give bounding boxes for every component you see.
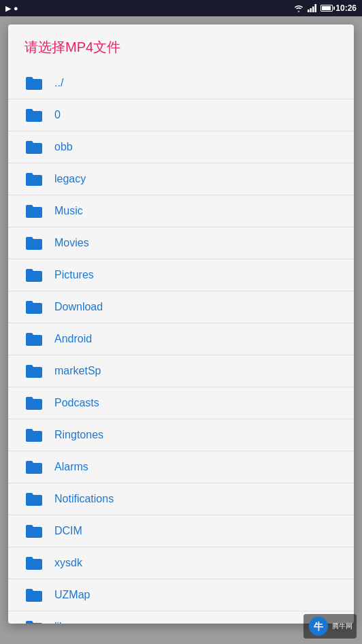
folder-item[interactable]: xysdk [8,547,354,579]
folder-name: Podcasts [54,397,99,409]
folder-icon [24,236,44,251]
folder-name: Movies [54,237,89,249]
folder-name: Ringtones [54,429,103,441]
svg-rect-1 [310,8,312,12]
folder-name: ../ [54,77,63,89]
folder-item[interactable]: marketSp [8,355,354,387]
folder-item[interactable]: DCIM [8,515,354,547]
notification-dot: ● [14,4,18,12]
folder-icon [24,76,44,91]
signal-icon [307,4,318,12]
folder-icon [24,556,44,570]
folder-icon [24,396,44,410]
folder-item[interactable]: Download [8,291,354,323]
folder-item[interactable]: Pictures [8,259,354,291]
folder-name: UZMap [54,589,90,601]
watermark-logo: 牛 [308,615,329,637]
file-picker-dialog: 请选择MP4文件 ../ 0 obb legacy Music [8,25,354,624]
folder-item[interactable]: legacy [8,163,354,195]
folder-name: DCIM [54,525,82,537]
status-bar-left: ▶ ● [5,4,18,13]
folder-item[interactable]: Android [8,323,354,355]
svg-text:牛: 牛 [314,621,324,632]
status-time: 10:26 [335,3,357,13]
status-bar-right: 10:26 [293,3,357,13]
folder-icon [24,172,44,187]
dialog-title: 请选择MP4文件 [8,25,354,67]
folder-name: obb [54,141,73,153]
folder-icon [24,108,44,123]
watermark: 牛 腾牛网 [303,614,357,639]
folder-icon [24,300,44,315]
svg-rect-0 [308,10,310,12]
folder-list: ../ 0 obb legacy Music Movies Pictures [8,67,354,624]
svg-rect-3 [315,4,317,12]
svg-rect-2 [312,7,314,13]
folder-item[interactable]: Alarms [8,451,354,483]
android-icon: ▶ [5,4,11,13]
folder-name: legacy [54,173,86,185]
folder-item[interactable]: Movies [8,227,354,259]
folder-icon [24,140,44,155]
folder-icon [24,428,44,442]
folder-name: Pictures [54,269,94,281]
status-bar: ▶ ● 10:26 [0,0,362,16]
folder-icon [24,492,44,506]
folder-name: xysdk [54,557,82,569]
folder-item[interactable]: Podcasts [8,387,354,419]
folder-icon [24,587,44,602]
folder-item[interactable]: UZMap [8,579,354,611]
folder-name: Notifications [54,493,114,505]
folder-name: Alarms [54,461,88,473]
folder-name: Download [54,301,103,313]
watermark-inner: 牛 腾牛网 [303,614,357,639]
folder-icon [24,332,44,347]
folder-item[interactable]: ../ [8,67,354,99]
dialog-overlay: 请选择MP4文件 ../ 0 obb legacy Music [0,16,362,644]
folder-item[interactable]: Music [8,195,354,227]
folder-icon [24,268,44,283]
folder-name: marketSp [54,365,101,377]
folder-name: 0 [54,109,61,121]
folder-icon [24,204,44,219]
battery-icon [320,5,333,12]
watermark-url: 腾牛网 [332,622,352,631]
folder-item[interactable]: Notifications [8,483,354,515]
folder-name: libs [54,621,71,624]
folder-icon [24,524,44,538]
folder-icon [24,619,44,624]
folder-item[interactable]: libs [8,611,354,624]
folder-item[interactable]: Ringtones [8,419,354,451]
folder-item[interactable]: 0 [8,99,354,131]
folder-icon [24,460,44,474]
folder-name: Music [54,205,83,217]
folder-item[interactable]: obb [8,131,354,163]
folder-icon [24,364,44,379]
folder-name: Android [54,333,92,345]
wifi-icon [293,4,304,12]
